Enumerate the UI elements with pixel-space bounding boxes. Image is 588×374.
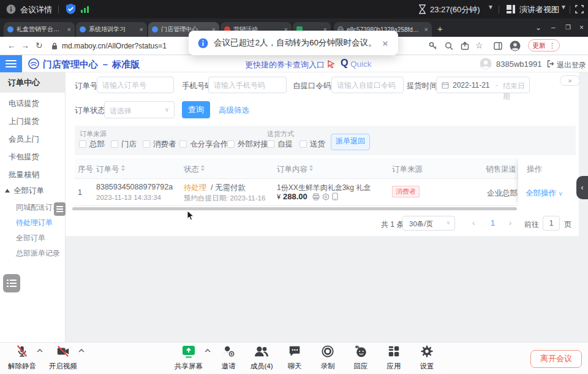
tab-close-icon[interactable]: × (67, 26, 71, 33)
checkbox-label-consumer[interactable]: 消费者 (153, 139, 176, 150)
info-icon[interactable] (6, 4, 16, 14)
update-button[interactable]: 更新 ⋮ (528, 39, 560, 52)
panel-handle[interactable] (54, 202, 66, 216)
sidebar-group-all-orders[interactable]: 全部订单 (13, 186, 44, 196)
mic-options-caret[interactable] (37, 348, 43, 353)
sidebar-item-card-pickup[interactable]: 卡包提货 (9, 152, 39, 162)
window-minimize-button[interactable]: – (551, 23, 556, 32)
col-content[interactable]: 订单内容 (277, 164, 313, 175)
share-options-caret[interactable] (205, 348, 211, 353)
checkbox-label-store[interactable]: 门店 (121, 139, 137, 150)
promo-link[interactable]: 更快捷的券卡查询入口 (245, 59, 325, 71)
sidebar-section-order-center[interactable]: 订单中心 (0, 72, 66, 93)
checkbox-hq[interactable] (79, 140, 86, 148)
date-end-placeholder[interactable]: 结束日期 (503, 81, 529, 102)
expand-filters-button[interactable]: » (560, 75, 580, 86)
side-panel-icon[interactable] (494, 42, 502, 50)
url-text[interactable]: md.maboy.cn/AllOrder?status=1 (62, 42, 167, 50)
view-layout-icon[interactable] (506, 4, 516, 14)
gift-icon[interactable] (322, 193, 330, 200)
video-options-caret[interactable] (78, 348, 85, 353)
sidebar-item-door-pickup[interactable]: 上门提货 (9, 116, 39, 127)
checkbox-warehouse-share[interactable] (179, 140, 187, 148)
sidebar-item-pending-orders[interactable]: 待处理订单 (16, 218, 53, 228)
checkbox-self-pickup[interactable] (267, 140, 274, 148)
toast-close-icon[interactable]: × (383, 38, 388, 48)
tab-close-icon[interactable]: × (140, 26, 143, 33)
sidebar-item-member-visit[interactable]: 会员上门 (9, 134, 39, 145)
sidebar-item-batch-verify[interactable]: 批量核销 (9, 170, 39, 180)
view-dropdown-icon[interactable]: ▼ (560, 4, 567, 10)
bookmark-star-icon[interactable]: ☆ (475, 40, 483, 50)
page-size-select[interactable]: 30条/页 ∨ (402, 216, 455, 231)
order-status-select[interactable]: 请选择 ∨ (104, 101, 175, 118)
browser-tab[interactable]: 系统培训学习 × (76, 22, 147, 37)
sidebar-item-all-orders[interactable]: 全部订单 (16, 233, 45, 243)
horizontal-scrollbar[interactable] (72, 207, 517, 210)
logout-icon[interactable] (547, 60, 554, 67)
goto-page-input[interactable] (543, 216, 560, 231)
pickup-code-input[interactable] (331, 77, 404, 93)
sort-icon[interactable] (201, 165, 205, 171)
apps-button[interactable]: 应用 (376, 345, 412, 371)
col-order-no[interactable]: 订单号 (96, 164, 125, 175)
phone-input[interactable] (208, 77, 287, 93)
window-maximize-button[interactable]: ❐ (565, 24, 571, 31)
profile-avatar-icon[interactable] (510, 40, 521, 52)
current-page[interactable]: 1 (491, 219, 495, 227)
invite-button[interactable]: 邀请 (211, 345, 246, 371)
print-icon[interactable] (312, 193, 320, 200)
hamburger-menu-button[interactable] (0, 55, 22, 72)
prev-page-icon[interactable]: ‹ (472, 218, 475, 227)
chat-button[interactable]: 聊天 (277, 345, 312, 371)
share-screen-button[interactable]: 共享屏幕 (171, 345, 206, 371)
quick-q-logo[interactable]: Q (341, 58, 348, 69)
checkbox-delivery[interactable] (300, 140, 307, 148)
unmute-button[interactable]: 解除静音 (4, 345, 40, 371)
sidebar-item-phone-pickup[interactable]: 电话提货 (9, 99, 39, 109)
logout-link[interactable]: 退出登录 (557, 60, 586, 71)
checkbox-label-external[interactable]: 外部对接 (238, 139, 268, 150)
annotation-list-button[interactable] (3, 274, 20, 292)
forward-icon[interactable]: → (21, 40, 29, 50)
record-button[interactable]: 录制 (310, 345, 345, 371)
tab-close-icon[interactable]: × (424, 26, 428, 33)
phone-icon[interactable] (332, 193, 338, 200)
sort-icon[interactable] (121, 165, 125, 171)
checkbox-store[interactable] (111, 140, 118, 148)
checkbox-label-self-pickup[interactable]: 自提 (277, 139, 293, 150)
row-action-dropdown[interactable]: 全部操作 ∨ (526, 188, 563, 199)
sort-icon[interactable] (309, 165, 313, 171)
next-page-icon[interactable]: › (509, 218, 511, 227)
window-close-button[interactable]: × (579, 23, 584, 32)
checkbox-label-hq[interactable]: 总部 (89, 139, 105, 150)
order-no-input[interactable] (97, 77, 174, 93)
checkbox-label-warehouse-share[interactable]: 仓分享合作 (190, 139, 228, 150)
share-icon[interactable] (461, 42, 469, 50)
search-button[interactable]: 查询 (182, 101, 210, 118)
sidebar-item-hq-dispatch[interactable]: 总部派单记录 (16, 248, 60, 259)
browser-tab[interactable]: 礼盒营销平台管理中心 × (4, 22, 75, 37)
lock-icon[interactable] (51, 42, 58, 50)
start-video-button[interactable]: 开启视频 (45, 345, 81, 371)
browser-menu-icon[interactable]: ⋮ (549, 42, 556, 50)
members-button[interactable]: 成员(4) (244, 345, 279, 371)
key-icon[interactable] (429, 42, 437, 50)
fullscreen-icon[interactable] (575, 5, 584, 13)
reactions-button[interactable]: 回应 (343, 345, 379, 371)
settings-button[interactable]: 设置 (409, 345, 445, 371)
back-icon[interactable]: ← (7, 40, 16, 50)
zoom-icon[interactable] (445, 42, 453, 50)
tab-search-icon[interactable]: ⌄ (535, 23, 541, 32)
advanced-filter-link[interactable]: 高级筛选 (219, 105, 249, 116)
view-mode-label[interactable]: 演讲者视图 (519, 4, 559, 15)
collapse-panel-handle[interactable]: ‹ (576, 176, 588, 199)
quick-label[interactable]: Quick (350, 59, 372, 69)
checkbox-external[interactable] (227, 140, 235, 148)
reload-icon[interactable]: ↻ (36, 40, 43, 50)
date-range-input[interactable]: 2022-11-21 - 结束日期 (436, 77, 530, 93)
new-tab-button[interactable]: + (437, 23, 443, 34)
checkbox-consumer[interactable] (143, 140, 150, 148)
timer-dropdown-icon[interactable]: ▼ (488, 4, 494, 10)
leave-meeting-button[interactable]: 离开会议 (530, 350, 582, 368)
